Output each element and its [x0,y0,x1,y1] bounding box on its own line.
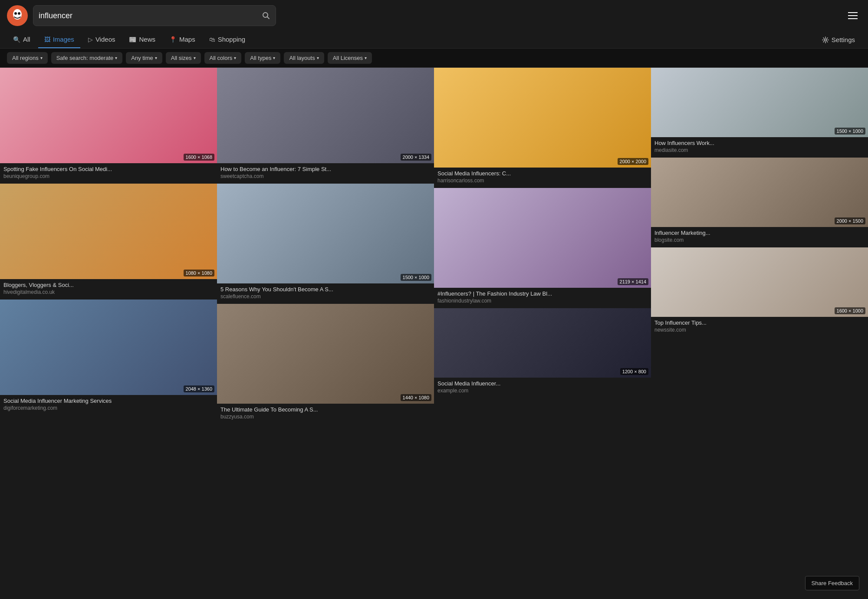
chevron-down-icon: ▾ [40,56,43,60]
chevron-down-icon: ▾ [194,56,196,60]
tab-images[interactable]: 🖼 Images [38,31,80,48]
svg-line-5 [267,17,270,19]
share-feedback-button[interactable]: Share Feedback [805,576,859,590]
image-dimensions: 2000 × 2000 [618,158,648,165]
filter-bar: All regions ▾ Safe search: moderate ▾ An… [0,49,868,68]
filter-licenses[interactable]: All Licenses ▾ [328,52,372,64]
header: influencer [0,0,868,31]
image-dimensions: 1080 × 1080 [184,270,214,276]
shopping-icon: 🛍 [209,36,215,43]
logo[interactable] [7,5,28,26]
tab-shopping[interactable]: 🛍 Shopping [203,31,251,48]
image-dimensions: 1200 × 800 [620,368,648,375]
filter-safe-search[interactable]: Safe search: moderate ▾ [51,52,123,64]
settings-tab[interactable]: Settings [816,32,861,48]
maps-icon: 📍 [169,36,177,43]
list-item[interactable]: 2048 × 1360Social Media Influencer Marke… [0,300,217,415]
tab-videos[interactable]: ▷ Videos [82,31,122,48]
videos-icon: ▷ [88,36,93,43]
svg-point-2 [14,12,17,15]
list-item[interactable]: 1600 × 1068Spotting Fake Influencers On … [0,68,217,184]
image-title: #Influencers? | The Fashion Industry Law… [437,290,648,297]
filter-safe-search-label: Safe search: moderate [56,55,114,61]
image-dimensions: 2048 × 1360 [184,385,214,392]
image-title: Influencer Marketing... [654,230,865,236]
filter-time[interactable]: Any time ▾ [126,52,162,64]
image-dimensions: 2000 × 1334 [401,154,431,161]
filter-types-label: All types [250,55,271,61]
list-item[interactable]: 2000 × 1500Influencer Marketing...blogsi… [651,158,868,247]
chevron-down-icon: ▾ [115,56,117,60]
image-source: digiforcemarketing.com [3,405,214,411]
image-source: sweetcaptcha.com [220,173,431,179]
list-item[interactable]: 2000 × 1334How to Become an Influencer: … [217,68,434,184]
search-input[interactable]: influencer [39,11,262,20]
menu-button[interactable] [845,9,861,23]
filter-layouts-label: All layouts [289,55,315,61]
image-dimensions: 2119 × 1414 [618,278,648,285]
filter-time-label: Any time [131,55,153,61]
image-dimensions: 1600 × 1068 [184,154,214,161]
list-item[interactable]: 1500 × 10005 Reasons Why You Shouldn't B… [217,184,434,304]
images-icon: 🖼 [44,36,50,43]
filter-regions[interactable]: All regions ▾ [7,52,48,64]
image-source: hivedigitalmedia.co.uk [3,289,214,295]
image-source: beuniquegroup.com [3,173,214,179]
search-button[interactable] [262,11,270,20]
image-source: blogsite.com [654,237,865,243]
chevron-down-icon: ▾ [155,56,157,60]
filter-types[interactable]: All types ▾ [245,52,280,64]
news-icon: 📰 [129,36,136,43]
tab-shopping-label: Shopping [218,36,245,43]
list-item[interactable]: 1500 × 1000How Influencers Work...medias… [651,68,868,158]
filter-regions-label: All regions [12,55,39,61]
filter-layouts[interactable]: All layouts ▾ [284,52,324,64]
image-grid: 1600 × 1068Spotting Fake Influencers On … [0,68,868,424]
image-dimensions: 1500 × 1000 [401,274,431,281]
image-dimensions: 1440 × 1080 [401,394,431,401]
svg-point-6 [824,39,826,41]
image-dimensions: 1500 × 1000 [835,128,865,135]
tab-all-label: All [23,36,30,43]
image-source: buzzyusa.com [220,414,431,420]
filter-sizes-label: All sizes [171,55,192,61]
image-title: Top Influencer Tips... [654,319,865,326]
image-title: 5 Reasons Why You Shouldn't Become A S..… [220,286,431,293]
tab-news-label: News [139,36,155,43]
chevron-down-icon: ▾ [234,56,236,60]
image-dimensions: 2000 × 1500 [835,217,865,224]
tab-all[interactable]: 🔍 All [7,31,36,48]
list-item[interactable]: 2000 × 2000Social Media Influencers: C..… [434,68,651,188]
image-title: How Influencers Work... [654,140,865,146]
settings-label: Settings [832,36,855,43]
image-title: Spotting Fake Influencers On Social Medi… [3,166,214,172]
tab-images-label: Images [53,36,74,43]
image-source: fashionindustrylaw.com [437,298,648,304]
image-title: The Ultimate Guide To Becoming A S... [220,406,431,413]
image-title: How to Become an Influencer: 7 Simple St… [220,166,431,172]
image-source: mediasite.com [654,147,865,153]
share-feedback-label: Share Feedback [812,580,853,586]
tab-maps-label: Maps [179,36,195,43]
nav-tabs: 🔍 All 🖼 Images ▷ Videos 📰 News 📍 Maps 🛍 … [0,31,868,49]
svg-point-3 [18,12,20,15]
list-item[interactable]: 1080 × 1080Bloggers, Vloggers & Soci...h… [0,184,217,300]
filter-colors[interactable]: All colors ▾ [204,52,242,64]
list-item[interactable]: 1440 × 1080The Ultimate Guide To Becomin… [217,304,434,424]
image-source: scalefluence.com [220,293,431,300]
filter-colors-label: All colors [210,55,233,61]
image-title: Social Media Influencers: C... [437,170,648,177]
list-item[interactable]: 1200 × 800Social Media Influencer...exam… [434,308,651,398]
list-item[interactable]: 2119 × 1414#Influencers? | The Fashion I… [434,188,651,308]
filter-sizes[interactable]: All sizes ▾ [166,52,201,64]
settings-icon [822,36,829,43]
image-title: Social Media Influencer... [437,380,648,387]
tab-news[interactable]: 📰 News [123,31,161,48]
image-source: newssite.com [654,327,865,333]
filter-licenses-label: All Licenses [333,55,363,61]
list-item[interactable]: 1600 × 1000Top Influencer Tips...newssit… [651,247,868,337]
all-icon: 🔍 [13,36,20,43]
tab-maps[interactable]: 📍 Maps [163,31,201,48]
chevron-down-icon: ▾ [317,56,319,60]
chevron-down-icon: ▾ [365,56,367,60]
